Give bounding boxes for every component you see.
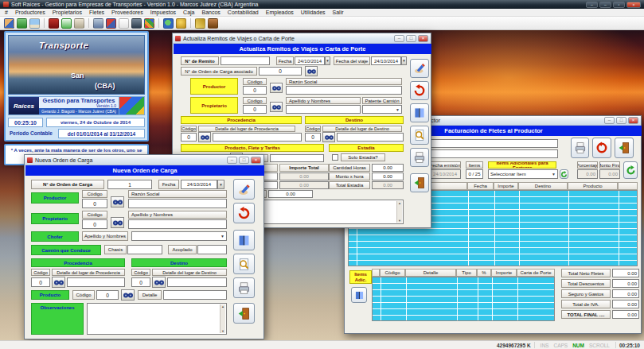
destino-detalle-field[interactable] <box>167 277 227 287</box>
exit-button[interactable] <box>410 173 429 192</box>
observaciones-textarea[interactable]: ▲▼ <box>87 303 227 335</box>
destino-detalle-field[interactable] <box>337 133 404 142</box>
undo-button[interactable] <box>233 203 255 223</box>
scrollbar[interactable]: ▲▼ <box>396 201 402 223</box>
menu-item-bancos[interactable]: Bancos <box>201 10 220 15</box>
undo-button[interactable] <box>410 81 429 100</box>
minimize-button[interactable]: – <box>227 157 237 164</box>
image-icon[interactable] <box>29 18 40 29</box>
scroll-down-icon[interactable]: ▼ <box>398 219 401 223</box>
razon-social-field[interactable] <box>286 86 402 95</box>
producto-search-button[interactable] <box>121 289 135 301</box>
fecha-field[interactable]: 24/10/2014 <box>295 56 325 65</box>
razon-social-field[interactable] <box>128 199 227 208</box>
table1-col-producto[interactable]: Producto <box>568 182 618 190</box>
procedencia-detalle-field[interactable] <box>67 277 125 287</box>
procedencia-detalle-field[interactable] <box>213 133 302 142</box>
menu-item-impuestos[interactable]: Impuestos <box>150 10 176 15</box>
preview-button[interactable] <box>233 254 255 274</box>
table2-col-importe[interactable]: Importe <box>491 269 517 277</box>
browse-button[interactable] <box>410 103 429 122</box>
chofer-combo[interactable]: ▼ <box>131 231 227 241</box>
exit-button[interactable] <box>615 138 634 158</box>
propietario-search-button[interactable] <box>111 217 124 228</box>
maximize-button[interactable]: □ <box>616 117 626 124</box>
productor-search-button[interactable] <box>270 83 283 93</box>
cantidad-horas-field[interactable]: 0.00 <box>372 164 404 172</box>
print-button[interactable] <box>233 277 255 298</box>
apellido-field[interactable] <box>128 219 227 229</box>
apellido-field[interactable] <box>286 105 361 114</box>
producto-detalle-field[interactable] <box>270 154 324 162</box>
orden-asociado-field[interactable]: 0 <box>259 67 302 76</box>
destino-search-button[interactable] <box>322 132 335 142</box>
close-button[interactable]: × <box>418 35 428 42</box>
minimize-button[interactable]: – <box>604 117 615 124</box>
producto-detalle-field[interactable] <box>163 290 227 300</box>
procedencia-codigo-field[interactable]: 0 <box>31 277 50 287</box>
paint-icon[interactable] <box>144 18 154 29</box>
close-button[interactable]: × <box>626 2 641 8</box>
preview-button[interactable] <box>410 126 429 145</box>
chasis-field[interactable] <box>127 245 162 254</box>
document-icon[interactable] <box>119 18 129 29</box>
recalculate-button[interactable] <box>623 161 638 179</box>
restore-button[interactable]: ▫ <box>613 2 625 8</box>
table2-col-detalle[interactable]: Detalle <box>405 269 456 277</box>
menu-item-hash[interactable]: # <box>5 10 8 15</box>
mdi-minimize-button[interactable]: – <box>586 2 598 8</box>
minimize-button[interactable]: – <box>599 2 611 8</box>
maximize-button[interactable]: □ <box>406 35 416 42</box>
scroll-down-icon[interactable]: ▼ <box>221 329 224 333</box>
menu-item-contabilidad[interactable]: Contabilidad <box>228 10 259 15</box>
scroll-up-icon[interactable]: ▲ <box>221 304 224 308</box>
procedencia-search-button[interactable] <box>52 277 65 288</box>
menu-item-propietarios[interactable]: Propietarios <box>53 10 82 15</box>
fecha-dropdown-button[interactable]: ▼ <box>217 180 224 189</box>
notebook-icon[interactable] <box>61 18 72 29</box>
print-button[interactable] <box>410 148 429 167</box>
monto-hora-field[interactable]: 0.00 <box>372 173 404 180</box>
table2-col-pct[interactable]: % <box>477 269 491 277</box>
fecha-emision-field[interactable]: 24/10/2014 <box>429 169 461 179</box>
destino-search-button[interactable] <box>152 277 166 288</box>
table2-col-tipo[interactable]: Tipo <box>456 269 477 277</box>
productor-codigo-field[interactable]: 0 <box>243 86 267 95</box>
solo-estadia-checkbox[interactable] <box>332 154 338 161</box>
bell-icon[interactable] <box>176 18 186 29</box>
productor-codigo-field[interactable]: 0 <box>82 199 107 208</box>
procedencia-search-button[interactable] <box>198 132 211 142</box>
propietario-search-button[interactable] <box>270 102 283 112</box>
patente-combo[interactable]: ▼ <box>362 105 402 114</box>
scrollbar[interactable]: ▲▼ <box>220 304 225 333</box>
orden-asociado-search-button[interactable] <box>305 66 318 76</box>
destino-codigo-field[interactable]: 0 <box>305 133 321 142</box>
menu-item-salir[interactable]: Salir <box>333 10 344 15</box>
modify-button[interactable] <box>410 59 429 78</box>
users-icon[interactable] <box>4 18 14 29</box>
menu-item-utilidades[interactable]: Utilidades <box>301 10 326 15</box>
menu-item-empleados[interactable]: Empleados <box>266 10 294 15</box>
printer-icon[interactable] <box>93 18 103 29</box>
propietario-codigo-field[interactable]: 0 <box>243 105 267 114</box>
porcentaje-field[interactable]: 0.00 <box>577 169 598 179</box>
fecha-dropdown-button[interactable]: ▼ <box>325 56 330 65</box>
nueva-orden-titlebar[interactable]: Nueva Orden de Carga – □ × <box>25 155 263 165</box>
menu-item-fletes[interactable]: Fletes <box>89 10 104 15</box>
refresh-items-button[interactable] <box>560 169 568 179</box>
package-icon[interactable] <box>74 18 84 29</box>
close-button[interactable]: × <box>251 157 261 164</box>
procedencia-codigo-field[interactable]: 0 <box>181 133 197 142</box>
table1-col-fecha[interactable]: Fecha <box>467 182 494 190</box>
fecha-viaje-field[interactable]: 24/10/2014 <box>371 56 401 65</box>
menu-item-productores[interactable]: Productores <box>15 10 45 15</box>
propietario-codigo-field[interactable]: 0 <box>82 219 107 229</box>
money-icon[interactable] <box>17 18 27 29</box>
items-adicionales-combo[interactable]: Seleccionar Item ▼ <box>488 169 558 179</box>
minimize-button[interactable]: – <box>394 35 404 42</box>
table1-col-destino[interactable]: Destino <box>518 182 568 190</box>
table2-col-codigo[interactable]: Código <box>380 269 405 277</box>
safe-icon[interactable] <box>131 18 142 29</box>
remito-field[interactable] <box>221 56 270 65</box>
table2-col-carta[interactable]: Carta de Porte <box>517 269 555 277</box>
